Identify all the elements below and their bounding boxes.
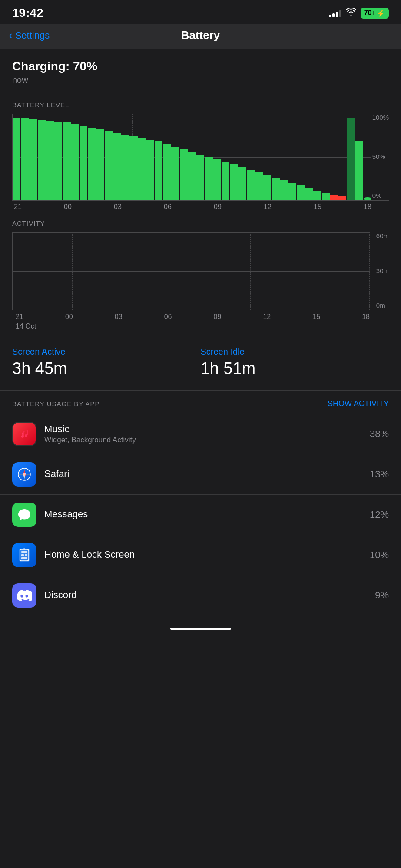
charging-subtitle: now <box>12 75 389 85</box>
app-item-homescreen[interactable]: Home & Lock Screen 10% <box>0 535 401 575</box>
back-label[interactable]: Settings <box>15 30 50 41</box>
discord-app-icon <box>12 583 36 608</box>
activity-date: 14 Oct <box>12 321 389 330</box>
app-list: ♪ Music Widget, Background Activity 38% <box>0 414 401 615</box>
activity-x-labels: 21 00 03 06 09 12 15 18 <box>12 310 389 321</box>
screen-idle-label: Screen Idle <box>201 347 389 357</box>
music-info: Music Widget, Background Activity <box>44 424 362 444</box>
music-percent: 38% <box>370 428 389 440</box>
discord-info: Discord <box>44 589 367 602</box>
status-icons: 70+ ⚡ <box>329 8 389 19</box>
home-bar-indicator <box>170 628 231 630</box>
messages-name: Messages <box>44 509 362 520</box>
activity-section: ACTIVITY <box>0 215 401 335</box>
app-item-music[interactable]: ♪ Music Widget, Background Activity 38% <box>0 414 401 454</box>
charging-title: Charging: 70% <box>12 59 389 73</box>
back-button[interactable]: ‹ Settings <box>9 29 50 42</box>
activity-bars <box>14 232 370 310</box>
battery-level-section: BATTERY LEVEL <box>0 92 401 215</box>
y-label-30m: 30m <box>376 267 389 274</box>
messages-info: Messages <box>44 509 362 521</box>
homescreen-info: Home & Lock Screen <box>44 549 362 561</box>
app-item-messages[interactable]: Messages 12% <box>0 494 401 535</box>
safari-name: Safari <box>44 468 362 480</box>
screen-stats: Screen Active 3h 45m Screen Idle 1h 51m <box>0 335 401 391</box>
page-title: Battery <box>181 29 220 42</box>
charging-section: Charging: 70% now <box>0 49 401 92</box>
battery-y-labels: 100% 50% 0% <box>372 114 389 200</box>
main-content: Charging: 70% now BATTERY LEVEL <box>0 49 401 615</box>
svg-rect-10 <box>21 551 27 553</box>
screen-active-value: 3h 45m <box>12 359 201 378</box>
safari-app-icon <box>12 462 36 487</box>
safari-percent: 13% <box>370 469 389 480</box>
homescreen-percent: 10% <box>370 549 389 561</box>
battery-bars <box>13 114 371 200</box>
usage-section-label: BATTERY USAGE BY APP <box>12 400 99 408</box>
charging-icon: ⚡ <box>377 9 385 17</box>
svg-rect-11 <box>21 554 24 556</box>
messages-app-icon <box>12 503 36 527</box>
y-label-60m: 60m <box>376 232 389 240</box>
homescreen-app-icon <box>12 543 36 567</box>
usage-header: BATTERY USAGE BY APP SHOW ACTIVITY <box>0 391 401 414</box>
screen-idle-stat: Screen Idle 1h 51m <box>201 347 389 378</box>
music-sub: Widget, Background Activity <box>44 436 362 444</box>
status-bar: 19:42 70+ ⚡ <box>0 0 401 24</box>
svg-rect-8 <box>19 549 30 562</box>
discord-name: Discord <box>44 589 367 601</box>
app-item-safari[interactable]: Safari 13% <box>0 454 401 494</box>
battery-x-labels: 21 00 03 06 09 12 15 18 <box>12 201 389 211</box>
screen-active-stat: Screen Active 3h 45m <box>12 347 201 378</box>
battery-chart-label: BATTERY LEVEL <box>12 101 389 108</box>
svg-rect-12 <box>25 554 27 556</box>
nav-bar: ‹ Settings Battery <box>0 24 401 49</box>
signal-bars-icon <box>329 9 341 17</box>
activity-chart-label: ACTIVITY <box>12 220 389 227</box>
activity-y-labels: 60m 30m 0m <box>376 232 389 310</box>
svg-text:♪: ♪ <box>20 430 24 439</box>
y-label-100: 100% <box>372 114 389 121</box>
screen-idle-value: 1h 51m <box>201 359 389 378</box>
homescreen-name: Home & Lock Screen <box>44 549 362 560</box>
svg-rect-13 <box>21 557 27 559</box>
wifi-icon <box>346 8 356 18</box>
activity-chart: 60m 30m 0m <box>12 232 389 310</box>
music-app-icon: ♪ <box>12 422 36 446</box>
y-label-50: 50% <box>372 153 389 160</box>
safari-info: Safari <box>44 468 362 480</box>
back-chevron-icon: ‹ <box>9 29 13 42</box>
y-label-0: 0% <box>372 192 389 199</box>
discord-percent: 9% <box>375 590 389 601</box>
battery-chart: 100% 50% 0% <box>12 114 389 201</box>
battery-indicator: 70+ ⚡ <box>361 8 389 19</box>
app-item-discord[interactable]: Discord 9% <box>0 575 401 615</box>
music-name: Music <box>44 424 362 435</box>
show-activity-button[interactable]: SHOW ACTIVITY <box>328 399 389 408</box>
y-label-0m: 0m <box>376 302 389 309</box>
home-bar-area <box>0 615 401 641</box>
messages-percent: 12% <box>370 509 389 520</box>
screen-active-label: Screen Active <box>12 347 201 357</box>
status-time: 19:42 <box>12 6 43 20</box>
svg-point-1 <box>25 434 27 437</box>
